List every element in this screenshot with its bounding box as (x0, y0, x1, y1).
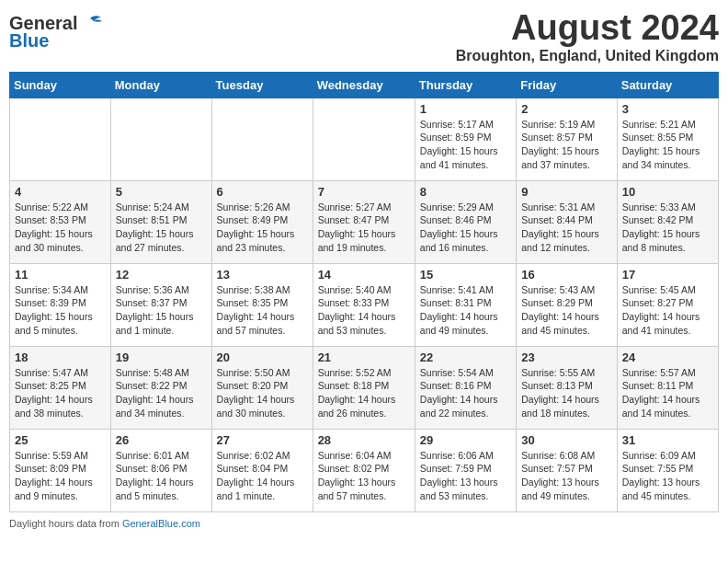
calendar-cell (313, 98, 415, 180)
day-info: Sunrise: 6:09 AM Sunset: 7:55 PM Dayligh… (622, 449, 713, 503)
day-number: 27 (217, 433, 308, 447)
day-number: 12 (116, 268, 207, 282)
day-info: Sunrise: 6:06 AM Sunset: 7:59 PM Dayligh… (420, 449, 511, 503)
calendar-cell (10, 98, 111, 180)
calendar-cell (110, 98, 211, 180)
day-info: Sunrise: 6:08 AM Sunset: 7:57 PM Dayligh… (521, 449, 612, 503)
calendar-cell: 24Sunrise: 5:57 AM Sunset: 8:11 PM Dayli… (617, 346, 718, 429)
day-info: Sunrise: 5:41 AM Sunset: 8:31 PM Dayligh… (420, 283, 511, 338)
day-number: 18 (15, 350, 106, 364)
day-number: 8 (420, 185, 511, 199)
month-title: August 2024 (456, 9, 719, 48)
day-number: 1 (420, 102, 511, 116)
day-number: 25 (15, 433, 106, 447)
day-number: 30 (521, 433, 612, 447)
calendar-cell: 1Sunrise: 5:17 AM Sunset: 8:59 PM Daylig… (415, 98, 516, 180)
day-info: Sunrise: 5:17 AM Sunset: 8:59 PM Dayligh… (420, 118, 511, 172)
calendar-cell: 2Sunrise: 5:19 AM Sunset: 8:57 PM Daylig… (517, 98, 618, 180)
day-info: Sunrise: 5:31 AM Sunset: 8:44 PM Dayligh… (521, 201, 612, 255)
day-number: 3 (622, 102, 713, 116)
day-info: Sunrise: 5:29 AM Sunset: 8:46 PM Dayligh… (420, 201, 511, 255)
day-info: Sunrise: 5:52 AM Sunset: 8:18 PM Dayligh… (318, 366, 410, 420)
logo: General Blue (9, 9, 103, 52)
calendar-week-4: 18Sunrise: 5:47 AM Sunset: 8:25 PM Dayli… (10, 346, 719, 429)
col-tuesday: Tuesday (211, 72, 313, 98)
calendar-cell: 22Sunrise: 5:54 AM Sunset: 8:16 PM Dayli… (415, 346, 516, 429)
calendar-cell: 4Sunrise: 5:22 AM Sunset: 8:53 PM Daylig… (10, 180, 111, 263)
col-sunday: Sunday (10, 72, 111, 98)
day-number: 11 (15, 268, 106, 282)
day-number: 14 (318, 268, 410, 282)
location-title: Broughton, England, United Kingdom (456, 48, 719, 64)
calendar-cell: 7Sunrise: 5:27 AM Sunset: 8:47 PM Daylig… (313, 180, 415, 263)
day-info: Sunrise: 5:59 AM Sunset: 8:09 PM Dayligh… (15, 449, 106, 503)
calendar-cell: 27Sunrise: 6:02 AM Sunset: 8:04 PM Dayli… (211, 429, 313, 511)
calendar-cell: 11Sunrise: 5:34 AM Sunset: 8:39 PM Dayli… (10, 263, 111, 346)
col-friday: Friday (517, 72, 618, 98)
day-info: Sunrise: 5:48 AM Sunset: 8:22 PM Dayligh… (116, 366, 207, 420)
col-monday: Monday (110, 72, 211, 98)
day-info: Sunrise: 6:01 AM Sunset: 8:06 PM Dayligh… (116, 449, 207, 503)
day-number: 7 (318, 185, 410, 199)
day-info: Sunrise: 5:57 AM Sunset: 8:11 PM Dayligh… (622, 366, 713, 420)
day-number: 5 (116, 185, 207, 199)
day-info: Sunrise: 5:22 AM Sunset: 8:53 PM Dayligh… (15, 201, 106, 255)
day-info: Sunrise: 5:45 AM Sunset: 8:27 PM Dayligh… (622, 283, 713, 338)
day-number: 28 (318, 433, 410, 447)
calendar-week-5: 25Sunrise: 5:59 AM Sunset: 8:09 PM Dayli… (10, 429, 719, 511)
col-wednesday: Wednesday (313, 72, 415, 98)
calendar-cell: 26Sunrise: 6:01 AM Sunset: 8:06 PM Dayli… (110, 429, 211, 511)
day-number: 4 (15, 185, 106, 199)
calendar-cell: 23Sunrise: 5:55 AM Sunset: 8:13 PM Dayli… (517, 346, 618, 429)
calendar-cell: 30Sunrise: 6:08 AM Sunset: 7:57 PM Dayli… (517, 429, 618, 511)
day-info: Sunrise: 5:36 AM Sunset: 8:37 PM Dayligh… (116, 283, 207, 338)
day-info: Sunrise: 5:55 AM Sunset: 8:13 PM Dayligh… (521, 366, 612, 420)
day-info: Sunrise: 6:02 AM Sunset: 8:04 PM Dayligh… (217, 449, 308, 503)
calendar-cell: 19Sunrise: 5:48 AM Sunset: 8:22 PM Dayli… (110, 346, 211, 429)
day-number: 6 (217, 185, 308, 199)
day-info: Sunrise: 5:38 AM Sunset: 8:35 PM Dayligh… (217, 283, 308, 338)
day-number: 23 (521, 350, 612, 364)
logo-bird-icon (77, 15, 103, 33)
day-info: Sunrise: 5:27 AM Sunset: 8:47 PM Dayligh… (318, 201, 410, 255)
calendar-header-row: Sunday Monday Tuesday Wednesday Thursday… (10, 72, 719, 98)
calendar-cell: 14Sunrise: 5:40 AM Sunset: 8:33 PM Dayli… (313, 263, 415, 346)
calendar-cell: 15Sunrise: 5:41 AM Sunset: 8:31 PM Dayli… (415, 263, 516, 346)
day-info: Sunrise: 5:21 AM Sunset: 8:55 PM Dayligh… (622, 118, 713, 172)
calendar-cell: 8Sunrise: 5:29 AM Sunset: 8:46 PM Daylig… (415, 180, 516, 263)
day-number: 22 (420, 350, 511, 364)
calendar-table: Sunday Monday Tuesday Wednesday Thursday… (9, 72, 719, 512)
day-number: 19 (116, 350, 207, 364)
footer-note: Daylight hours data from GeneralBlue.com (9, 518, 719, 529)
day-number: 9 (521, 185, 612, 199)
calendar-cell: 5Sunrise: 5:24 AM Sunset: 8:51 PM Daylig… (110, 180, 211, 263)
logo-text-blue: Blue (9, 30, 49, 52)
day-info: Sunrise: 5:19 AM Sunset: 8:57 PM Dayligh… (521, 118, 612, 172)
day-info: Sunrise: 5:47 AM Sunset: 8:25 PM Dayligh… (15, 366, 106, 420)
calendar-cell: 31Sunrise: 6:09 AM Sunset: 7:55 PM Dayli… (617, 429, 718, 511)
day-info: Sunrise: 5:33 AM Sunset: 8:42 PM Dayligh… (622, 201, 713, 255)
calendar-cell: 12Sunrise: 5:36 AM Sunset: 8:37 PM Dayli… (110, 263, 211, 346)
daylight-label: Daylight hours (9, 518, 74, 529)
footer-source: data from GeneralBlue.com (76, 518, 200, 529)
day-number: 17 (622, 268, 713, 282)
day-number: 21 (318, 350, 410, 364)
day-info: Sunrise: 5:40 AM Sunset: 8:33 PM Dayligh… (318, 283, 410, 338)
calendar-cell: 10Sunrise: 5:33 AM Sunset: 8:42 PM Dayli… (617, 180, 718, 263)
calendar-week-2: 4Sunrise: 5:22 AM Sunset: 8:53 PM Daylig… (10, 180, 719, 263)
calendar-cell: 18Sunrise: 5:47 AM Sunset: 8:25 PM Dayli… (10, 346, 111, 429)
day-info: Sunrise: 6:04 AM Sunset: 8:02 PM Dayligh… (318, 449, 410, 503)
calendar-cell: 9Sunrise: 5:31 AM Sunset: 8:44 PM Daylig… (517, 180, 618, 263)
day-number: 13 (217, 268, 308, 282)
day-info: Sunrise: 5:54 AM Sunset: 8:16 PM Dayligh… (420, 366, 511, 420)
calendar-cell: 20Sunrise: 5:50 AM Sunset: 8:20 PM Dayli… (211, 346, 313, 429)
day-info: Sunrise: 5:24 AM Sunset: 8:51 PM Dayligh… (116, 201, 207, 255)
day-number: 31 (622, 433, 713, 447)
calendar-cell: 25Sunrise: 5:59 AM Sunset: 8:09 PM Dayli… (10, 429, 111, 511)
calendar-cell: 13Sunrise: 5:38 AM Sunset: 8:35 PM Dayli… (211, 263, 313, 346)
calendar-cell: 16Sunrise: 5:43 AM Sunset: 8:29 PM Dayli… (517, 263, 618, 346)
calendar-cell: 29Sunrise: 6:06 AM Sunset: 7:59 PM Dayli… (415, 429, 516, 511)
day-info: Sunrise: 5:43 AM Sunset: 8:29 PM Dayligh… (521, 283, 612, 338)
day-number: 15 (420, 268, 511, 282)
day-number: 24 (622, 350, 713, 364)
